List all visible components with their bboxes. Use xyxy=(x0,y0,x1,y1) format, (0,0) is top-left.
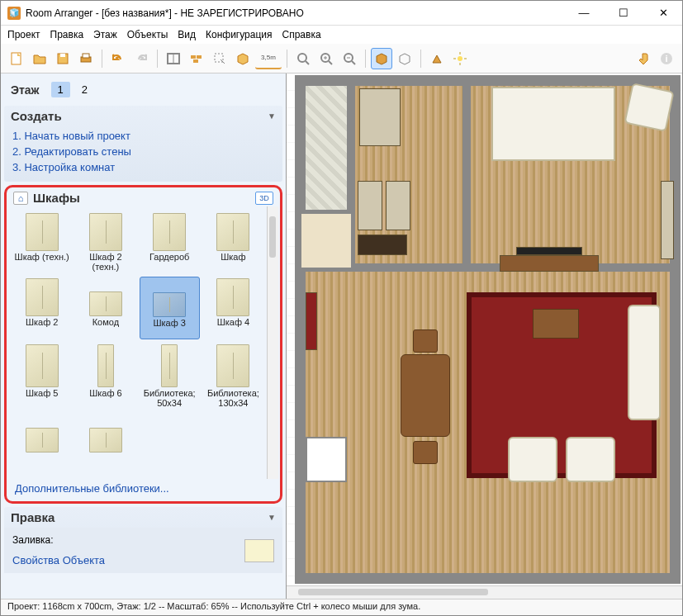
lib-item-wardrobe4[interactable]: Шкаф 4 xyxy=(203,277,263,339)
touch-icon[interactable] xyxy=(633,48,654,69)
svg-point-11 xyxy=(298,54,306,62)
svg-point-20 xyxy=(458,56,462,61)
object-properties-link[interactable]: Свойства Объекта xyxy=(12,554,105,566)
measure-icon[interactable]: 3,5m xyxy=(255,48,282,69)
lib-item-wardrobe[interactable]: Шкаф xyxy=(203,211,263,273)
zoom-fit-icon[interactable] xyxy=(292,48,314,69)
svg-rect-2 xyxy=(60,54,65,57)
svg-line-14 xyxy=(329,61,332,64)
edit-panel: Правка ▼ Заливка: Свойства Объекта xyxy=(4,507,282,573)
menu-objects[interactable]: Объекты xyxy=(127,29,168,40)
lib-item-library-130[interactable]: Библиотека; 130x34 xyxy=(203,343,263,410)
menubar: Проект Правка Этаж Объекты Вид Конфигура… xyxy=(1,26,682,44)
lib-item-extra-2[interactable] xyxy=(75,413,135,474)
floor-tab-1[interactable]: 1 xyxy=(51,82,70,97)
svg-rect-9 xyxy=(193,59,198,63)
floor-tab-2[interactable]: 2 xyxy=(75,82,94,97)
status-text: Проект: 1168cm x 700cm, Этаж: 1/2 -- Мас… xyxy=(7,601,420,611)
fill-label: Заливка: xyxy=(12,534,105,546)
window-controls: — ☐ ✕ xyxy=(572,7,676,19)
lib-item-komod[interactable]: Комод xyxy=(75,277,135,339)
step-new-project[interactable]: 1. Начать новый проект xyxy=(12,128,274,144)
menu-help[interactable]: Справка xyxy=(282,29,321,40)
titlebar: 🧊 Room Arranger - [без названия*] - НЕ З… xyxy=(1,1,682,26)
undo-icon[interactable] xyxy=(107,48,129,69)
create-header[interactable]: Создать ▼ xyxy=(4,106,282,126)
floorplan-canvas[interactable] xyxy=(287,73,682,585)
menu-edit[interactable]: Правка xyxy=(50,29,84,40)
close-button[interactable]: ✕ xyxy=(651,7,676,19)
statusbar: Проект: 1168cm x 700cm, Этаж: 1/2 -- Мас… xyxy=(1,599,682,615)
walls-icon[interactable] xyxy=(163,48,184,69)
lib-item-wardrobe3[interactable]: Шкаф 3 xyxy=(140,277,200,339)
lib-item-wardrobe5[interactable]: Шкаф 5 xyxy=(12,343,72,410)
lib-item-library-50[interactable]: Библиотека; 50x34 xyxy=(140,343,200,410)
zoom-in-icon[interactable] xyxy=(315,48,337,69)
create-panel: Создать ▼ 1. Начать новый проект 2. Реда… xyxy=(4,106,282,182)
library-grid: Шкаф (техн.) Шкаф 2 (техн.) Гардероб Шка… xyxy=(8,206,267,479)
lib-item-extra-1[interactable] xyxy=(12,413,72,474)
edit-header[interactable]: Правка ▼ xyxy=(4,507,282,528)
svg-rect-8 xyxy=(197,55,202,59)
library-title: Шкафы xyxy=(33,191,80,205)
step-edit-walls[interactable]: 2. Редактировать стены xyxy=(12,144,274,159)
lib-item-wardrobe2[interactable]: Шкаф 2 xyxy=(12,277,72,339)
select-icon[interactable] xyxy=(209,48,230,69)
zoom-out-icon[interactable] xyxy=(339,48,360,69)
app-icon: 🧊 xyxy=(7,7,21,20)
render-icon[interactable] xyxy=(426,48,448,69)
lib-item-wardrobe-tech[interactable]: Шкаф (техн.) xyxy=(12,211,72,273)
lib-item-wardrobe6[interactable]: Шкаф 6 xyxy=(75,343,135,410)
maximize-button[interactable]: ☐ xyxy=(611,7,636,19)
box3d-icon[interactable] xyxy=(232,48,254,69)
lights-icon[interactable] xyxy=(449,48,471,69)
view-walk-icon[interactable] xyxy=(394,48,415,69)
sidebar: Этаж 1 2 Создать ▼ 1. Начать новый проек… xyxy=(1,73,286,599)
floor-tabs: Этаж 1 2 xyxy=(4,77,282,102)
menu-floor[interactable]: Этаж xyxy=(93,29,117,40)
menu-project[interactable]: Проект xyxy=(7,29,40,40)
svg-rect-7 xyxy=(191,55,196,59)
horizontal-scrollbar[interactable] xyxy=(287,585,682,599)
menu-config[interactable]: Конфигурация xyxy=(206,29,273,40)
collapse-icon: ▼ xyxy=(268,111,276,121)
more-libraries-link[interactable]: Дополнительные библиотеки... xyxy=(8,479,278,500)
svg-text:i: i xyxy=(665,54,667,64)
step-room-setup[interactable]: 3. Настройка комнат xyxy=(12,159,274,175)
new-file-icon[interactable] xyxy=(6,48,27,69)
canvas-area xyxy=(286,73,682,599)
library-3d-button[interactable]: 3D xyxy=(255,192,273,205)
library-scrollbar[interactable] xyxy=(267,206,278,479)
svg-line-18 xyxy=(352,61,355,64)
library-panel: ⌂ Шкафы 3D Шкаф (техн.) Шкаф 2 (техн.) Г… xyxy=(4,185,282,504)
view3d-icon[interactable] xyxy=(371,48,392,69)
save-file-icon[interactable] xyxy=(52,48,74,69)
menu-view[interactable]: Вид xyxy=(178,29,196,40)
redo-icon[interactable] xyxy=(130,48,152,69)
home-icon[interactable]: ⌂ xyxy=(13,192,28,205)
floor-label: Этаж xyxy=(11,83,40,97)
collapse-icon: ▼ xyxy=(268,513,276,522)
toolbar: 3,5m i xyxy=(1,44,682,73)
minimize-button[interactable]: — xyxy=(572,7,596,19)
open-file-icon[interactable] xyxy=(29,48,50,69)
print-icon[interactable] xyxy=(75,48,97,69)
window-title: Room Arranger - [без названия*] - НЕ ЗАР… xyxy=(26,7,572,19)
svg-line-12 xyxy=(306,61,309,64)
lib-item-wardrobe2-tech[interactable]: Шкаф 2 (техн.) xyxy=(75,211,135,273)
svg-rect-0 xyxy=(12,53,21,64)
info-icon[interactable]: i xyxy=(656,48,677,69)
lib-item-garderob[interactable]: Гардероб xyxy=(140,211,200,273)
fill-swatch[interactable] xyxy=(244,539,274,562)
brick-icon[interactable] xyxy=(186,48,207,69)
svg-rect-4 xyxy=(83,54,89,58)
